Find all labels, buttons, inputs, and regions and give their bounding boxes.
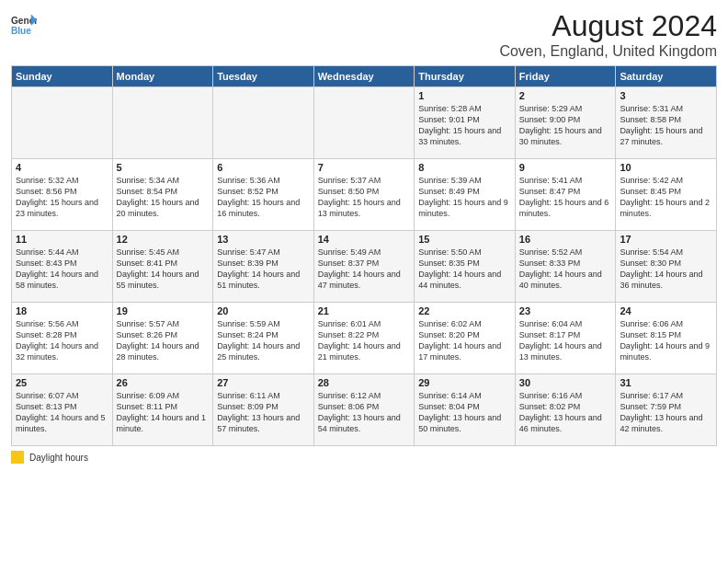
cell-info: Sunrise: 5:42 AMSunset: 8:45 PMDaylight:… (620, 175, 712, 220)
cell-info: Sunrise: 6:11 AMSunset: 8:09 PMDaylight:… (217, 390, 310, 435)
calendar-cell-w1-d2 (112, 87, 213, 159)
header-wednesday: Wednesday (313, 66, 415, 87)
calendar-cell-w1-d6: 2Sunrise: 5:29 AMSunset: 9:00 PMDaylight… (515, 87, 616, 159)
calendar-cell-w1-d4 (313, 87, 415, 159)
cell-info: Sunrise: 6:17 AMSunset: 7:59 PMDaylight:… (620, 390, 712, 435)
calendar-cell-w1-d5: 1Sunrise: 5:28 AMSunset: 9:01 PMDaylight… (415, 87, 516, 159)
cell-info: Sunrise: 6:09 AMSunset: 8:11 PMDaylight:… (117, 390, 210, 435)
cell-info: Sunrise: 5:37 AMSunset: 8:50 PMDaylight:… (318, 175, 411, 220)
calendar-cell-w1-d1 (12, 87, 113, 159)
calendar-cell-w4-d1: 18Sunrise: 5:56 AMSunset: 8:28 PMDayligh… (12, 303, 113, 374)
day-number: 11 (16, 234, 108, 245)
calendar-cell-w2-d2: 5Sunrise: 5:34 AMSunset: 8:54 PMDaylight… (112, 159, 213, 231)
calendar-cell-w4-d2: 19Sunrise: 5:57 AMSunset: 8:26 PMDayligh… (112, 303, 213, 374)
day-number: 15 (418, 234, 511, 245)
calendar-cell-w3-d1: 11Sunrise: 5:44 AMSunset: 8:43 PMDayligh… (12, 231, 113, 303)
day-number: 3 (620, 90, 712, 101)
calendar-cell-w4-d7: 24Sunrise: 6:06 AMSunset: 8:15 PMDayligh… (616, 303, 717, 374)
page-title: August 2024 (499, 9, 717, 43)
cell-info: Sunrise: 6:12 AMSunset: 8:06 PMDaylight:… (318, 390, 411, 435)
cell-info: Sunrise: 5:36 AMSunset: 8:52 PMDaylight:… (217, 175, 310, 220)
cell-info: Sunrise: 6:02 AMSunset: 8:20 PMDaylight:… (418, 318, 511, 363)
cell-info: Sunrise: 5:59 AMSunset: 8:24 PMDaylight:… (217, 318, 310, 363)
day-number: 23 (519, 305, 612, 316)
cell-info: Sunrise: 5:56 AMSunset: 8:28 PMDaylight:… (16, 318, 108, 363)
day-number: 2 (519, 90, 612, 101)
calendar-cell-w3-d2: 12Sunrise: 5:45 AMSunset: 8:41 PMDayligh… (112, 231, 213, 303)
calendar-cell-w2-d4: 7Sunrise: 5:37 AMSunset: 8:50 PMDaylight… (313, 159, 415, 231)
day-number: 7 (318, 162, 411, 173)
main-container: General Blue August 2024 Coven, England,… (0, 0, 728, 471)
cell-info: Sunrise: 5:47 AMSunset: 8:39 PMDaylight:… (217, 247, 310, 292)
cell-info: Sunrise: 6:16 AMSunset: 8:02 PMDaylight:… (519, 390, 612, 435)
legend-color-box (11, 451, 24, 464)
header-thursday: Thursday (415, 66, 516, 87)
day-number: 29 (418, 377, 511, 388)
header-sunday: Sunday (12, 66, 113, 87)
cell-info: Sunrise: 5:49 AMSunset: 8:37 PMDaylight:… (318, 247, 411, 292)
cell-info: Sunrise: 5:52 AMSunset: 8:33 PMDaylight:… (519, 247, 612, 292)
week-row-1: 1Sunrise: 5:28 AMSunset: 9:01 PMDaylight… (12, 87, 717, 159)
legend-row: Daylight hours (11, 451, 717, 464)
calendar-cell-w3-d4: 14Sunrise: 5:49 AMSunset: 8:37 PMDayligh… (313, 231, 415, 303)
day-number: 25 (16, 377, 108, 388)
svg-text:Blue: Blue (11, 26, 31, 36)
cell-info: Sunrise: 6:04 AMSunset: 8:17 PMDaylight:… (519, 318, 612, 363)
calendar-cell-w2-d3: 6Sunrise: 5:36 AMSunset: 8:52 PMDaylight… (213, 159, 314, 231)
header-monday: Monday (112, 66, 213, 87)
day-number: 22 (418, 305, 511, 316)
day-header-row: Sunday Monday Tuesday Wednesday Thursday… (12, 66, 717, 87)
day-number: 9 (519, 162, 612, 173)
day-number: 13 (217, 234, 310, 245)
day-number: 20 (217, 305, 310, 316)
week-row-4: 18Sunrise: 5:56 AMSunset: 8:28 PMDayligh… (12, 303, 717, 374)
page-subtitle: Coven, England, United Kingdom (499, 43, 717, 60)
cell-info: Sunrise: 5:54 AMSunset: 8:30 PMDaylight:… (620, 247, 712, 292)
day-number: 27 (217, 377, 310, 388)
cell-info: Sunrise: 5:28 AMSunset: 9:01 PMDaylight:… (418, 103, 511, 148)
calendar-cell-w3-d3: 13Sunrise: 5:47 AMSunset: 8:39 PMDayligh… (213, 231, 314, 303)
day-number: 1 (418, 90, 511, 101)
calendar-cell-w3-d6: 16Sunrise: 5:52 AMSunset: 8:33 PMDayligh… (515, 231, 616, 303)
calendar-cell-w2-d7: 10Sunrise: 5:42 AMSunset: 8:45 PMDayligh… (616, 159, 717, 231)
calendar-cell-w4-d4: 21Sunrise: 6:01 AMSunset: 8:22 PMDayligh… (313, 303, 415, 374)
day-number: 10 (620, 162, 712, 173)
calendar-cell-w5-d2: 26Sunrise: 6:09 AMSunset: 8:11 PMDayligh… (112, 374, 213, 446)
day-number: 19 (117, 305, 210, 316)
cell-info: Sunrise: 5:31 AMSunset: 8:58 PMDaylight:… (620, 103, 712, 148)
cell-info: Sunrise: 6:01 AMSunset: 8:22 PMDaylight:… (318, 318, 411, 363)
header-friday: Friday (515, 66, 616, 87)
day-number: 18 (16, 305, 108, 316)
day-number: 5 (117, 162, 210, 173)
calendar-cell-w1-d7: 3Sunrise: 5:31 AMSunset: 8:58 PMDaylight… (616, 87, 717, 159)
logo: General Blue (11, 13, 37, 39)
calendar-cell-w5-d7: 31Sunrise: 6:17 AMSunset: 7:59 PMDayligh… (616, 374, 717, 446)
day-number: 4 (16, 162, 108, 173)
calendar-cell-w4-d3: 20Sunrise: 5:59 AMSunset: 8:24 PMDayligh… (213, 303, 314, 374)
cell-info: Sunrise: 5:39 AMSunset: 8:49 PMDaylight:… (418, 175, 511, 220)
header-saturday: Saturday (616, 66, 717, 87)
day-number: 12 (117, 234, 210, 245)
day-number: 21 (318, 305, 411, 316)
calendar-cell-w5-d6: 30Sunrise: 6:16 AMSunset: 8:02 PMDayligh… (515, 374, 616, 446)
cell-info: Sunrise: 6:07 AMSunset: 8:13 PMDaylight:… (16, 390, 108, 435)
calendar-cell-w1-d3 (213, 87, 314, 159)
day-number: 24 (620, 305, 712, 316)
header-tuesday: Tuesday (213, 66, 314, 87)
week-row-3: 11Sunrise: 5:44 AMSunset: 8:43 PMDayligh… (12, 231, 717, 303)
calendar-table: Sunday Monday Tuesday Wednesday Thursday… (11, 65, 717, 446)
cell-info: Sunrise: 5:57 AMSunset: 8:26 PMDaylight:… (117, 318, 210, 363)
cell-info: Sunrise: 6:14 AMSunset: 8:04 PMDaylight:… (418, 390, 511, 435)
cell-info: Sunrise: 6:06 AMSunset: 8:15 PMDaylight:… (620, 318, 712, 363)
calendar-cell-w4-d5: 22Sunrise: 6:02 AMSunset: 8:20 PMDayligh… (415, 303, 516, 374)
cell-info: Sunrise: 5:44 AMSunset: 8:43 PMDaylight:… (16, 247, 108, 292)
week-row-5: 25Sunrise: 6:07 AMSunset: 8:13 PMDayligh… (12, 374, 717, 446)
day-number: 17 (620, 234, 712, 245)
cell-info: Sunrise: 5:34 AMSunset: 8:54 PMDaylight:… (117, 175, 210, 220)
day-number: 8 (418, 162, 511, 173)
cell-info: Sunrise: 5:41 AMSunset: 8:47 PMDaylight:… (519, 175, 612, 220)
calendar-cell-w2-d1: 4Sunrise: 5:32 AMSunset: 8:56 PMDaylight… (12, 159, 113, 231)
cell-info: Sunrise: 5:50 AMSunset: 8:35 PMDaylight:… (418, 247, 511, 292)
week-row-2: 4Sunrise: 5:32 AMSunset: 8:56 PMDaylight… (12, 159, 717, 231)
calendar-cell-w3-d7: 17Sunrise: 5:54 AMSunset: 8:30 PMDayligh… (616, 231, 717, 303)
